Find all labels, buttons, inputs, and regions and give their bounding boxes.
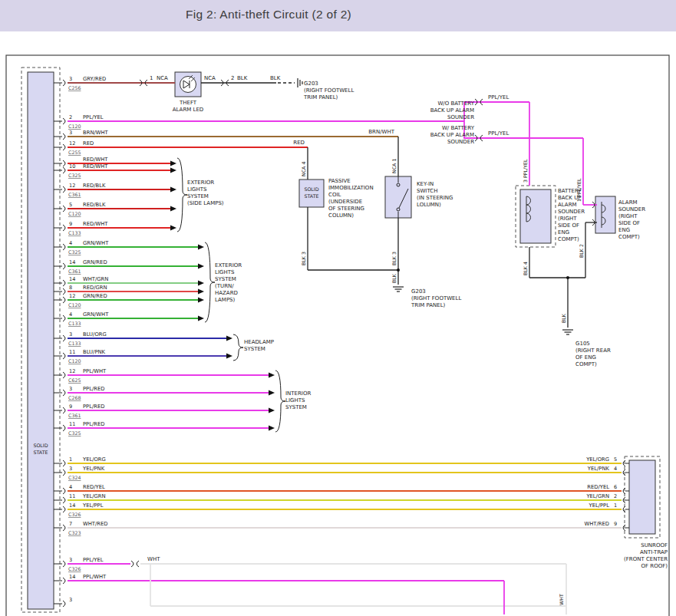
wire-label-vertical: BLK 3 [391,252,397,265]
wire-label-vertical: BLK 2 [579,244,584,258]
connector-chevron [63,601,65,607]
wire-color-label: GRN/WHT [83,311,109,318]
diagram-label: ENG [618,227,630,233]
diagram-label: (IN STEERING [417,195,453,201]
connector-chevron [63,425,65,431]
diagram-label: INTERIOR [285,390,311,397]
diagram-label: SOLID [304,186,318,192]
arrow-head [198,316,204,321]
junction-dot [566,276,569,279]
wiring-diagram: 3GRY/REDC2562PPL/YELC1203BRN/WHT12REDC25… [0,0,676,616]
wire-label-vertical: 3 PPL/YEL [523,159,528,183]
diagram-label: LOLUMN) [417,202,441,208]
diagram-label: SUNROOF [641,542,668,548]
wire-label-vertical: BLK 3 [301,252,306,265]
wire-color-label: YEL/GRN [82,493,106,499]
pin-number: 5 [69,202,72,208]
pin-number: 14 [69,574,75,580]
connector-label: C324 [68,475,81,480]
connector-label: C326 [68,566,81,572]
diagram-label: (TURN/ [215,283,234,289]
wire-color-label: RED/WHT [83,221,108,227]
connector-label: C133 [68,341,81,346]
diagram-label: SOUNDER [447,139,474,145]
diagram-label: BACK UP ALARM [430,132,474,138]
pin-number: 6 [614,484,617,490]
connector-label: C325 [68,430,81,436]
connector-chevron [63,390,65,396]
connector-chevron [63,506,65,512]
diagram-label: 1 [150,75,153,81]
connector-label: C120 [68,124,81,129]
wire-color-label: YEL/PPL [588,502,609,509]
arrow-head [269,426,275,431]
pin-number: 8 [69,285,72,291]
connector-label: C625 [68,377,81,383]
connector-label: C268 [68,395,81,400]
diagram-label: IMMOBILIZATION [328,185,374,191]
pin-number: 11 [69,349,75,355]
wire-color-label: PPL/RED [83,404,105,410]
wire-color-label: WHT/RED [584,521,609,527]
diagram-label: PPL/YEL [488,130,509,137]
connector-label: C326 [68,512,81,517]
pin-number: 5 [614,456,617,463]
connector-chevron [63,244,65,250]
diagram-label: W/ BATTERY [442,125,475,131]
diagram-label: PPL/YEL [488,94,509,100]
diagram-label: G105 [575,341,590,347]
connector-chevron [63,167,65,173]
diagram-label: BRN/WHT [368,129,394,135]
connector-label: C323 [68,530,81,535]
pin-number: 3 [69,386,72,392]
diagram-label: SYSTEM [285,404,307,410]
connector-chevron [63,353,65,359]
wire-color-label: BLU/PNK [83,349,106,355]
connector-chevron [63,280,65,286]
connector-chevron [63,488,65,494]
wire-color-label: YEL/PPL [82,502,104,509]
diagram-label: STATE [34,450,48,455]
connector-label: C120 [68,358,81,364]
diagram-label: (RIGHT REAR [575,348,611,354]
diagram-label: OF ENG [575,354,596,361]
connector-label: C255 [68,150,81,155]
wire-label-vertical: WHT [559,594,564,605]
pin-number: 9 [69,221,72,227]
connector-label: C325 [68,173,81,178]
pin-number: 2 [69,114,72,120]
diagram-label: W/O BATTERY [437,100,474,107]
diagram-label: SOUNDER [447,114,474,120]
diagram-label: BACK UP [558,195,582,201]
arrow-head [198,245,204,250]
wire-color-label: RED [83,140,94,147]
arrow-head [198,298,204,303]
pin-number: 7 [69,521,72,527]
diagram-label: OF STEERING [328,206,364,212]
wire-label-vertical: NCA 4 [301,162,306,176]
key-in-switch-box [385,176,411,218]
diagram-label: COMPT) [618,234,640,240]
diagram-label: G203 [411,288,426,295]
wire-label-vertical: NCA 1 [391,159,397,173]
group-brace [233,334,243,361]
pin-number: 1 [69,456,72,463]
wire-color-label: RED/YEL [83,484,105,490]
diagram-label: (UNDERSIDE [328,199,362,205]
wire-color-label: GRN/RED [83,293,107,299]
wire-color-label: PPL/WHT [83,574,107,580]
diagram-label: KEY-IN [417,181,434,187]
connector-chevron [63,297,65,303]
pin-number: 4 [614,466,617,472]
pin-number: 14 [69,259,75,265]
wire-color-label: RED/GRN [83,285,107,291]
wire-color-label: PPL/RED [83,421,105,427]
diagram-label: LAMPS) [215,297,236,303]
diagram-label: (SIDE LAMPS) [187,200,224,206]
diagram-label: TRIM PANEL) [411,302,446,308]
diagram-label: COMPT) [575,361,597,367]
diagram-label: ANTI-TRAP [640,549,668,555]
pin-number: 9 [614,521,617,527]
diagram-label: SIDE OF [558,222,579,229]
diagram-label: NCA [157,75,168,81]
